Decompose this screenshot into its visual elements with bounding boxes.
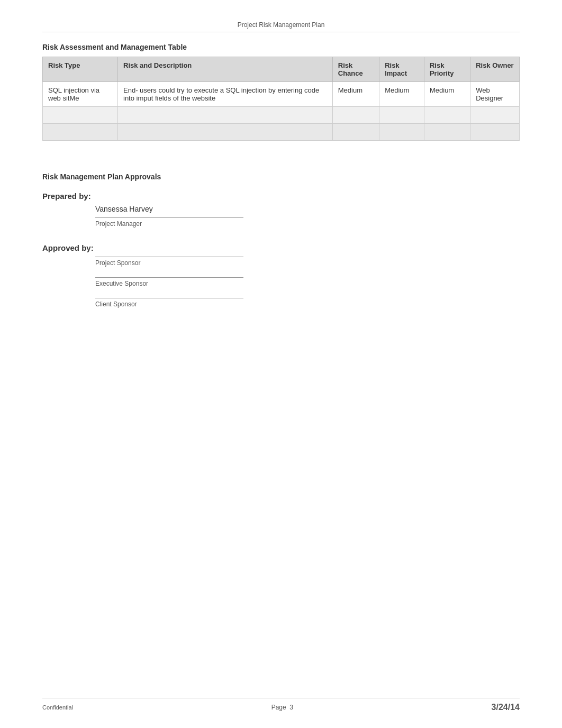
approved-by-label: Approved by: [42, 243, 520, 252]
empty-cell [118, 107, 333, 124]
col-risk-chance: Risk Chance [332, 57, 379, 82]
approved-sponsor-line-1 [95, 277, 243, 278]
approved-by-block: Approved by: Project Sponsor Executive S… [42, 243, 520, 308]
empty-cell [43, 107, 118, 124]
footer-confidential: Confidential [42, 704, 73, 711]
page-container: Project Risk Management Plan Risk Assess… [0, 0, 562, 728]
approved-by-entry-1: Executive Sponsor [95, 277, 520, 287]
footer-date: 3/24/14 [492, 703, 520, 712]
approved-sponsor-line-0 [95, 257, 243, 257]
approvals-title: Risk Management Plan Approvals [42, 172, 520, 181]
table-row-empty-1 [43, 107, 520, 124]
approved-sponsor-role-1: Executive Sponsor [95, 280, 520, 287]
prepared-by-block: Prepared by: Vansessa Harvey Project Man… [42, 192, 520, 228]
footer-page: Page 3 [271, 704, 293, 711]
empty-cell [332, 124, 379, 141]
prepared-by-line [95, 217, 243, 218]
prepared-by-name: Vansessa Harvey [95, 205, 520, 213]
col-risk-priority: Risk Priority [424, 57, 470, 82]
cell-impact: Medium [379, 82, 424, 107]
prepared-by-label: Prepared by: [42, 192, 520, 201]
approvals-section: Risk Management Plan Approvals Prepared … [42, 172, 520, 308]
table-section-title: Risk Assessment and Management Table [42, 43, 520, 51]
prepared-by-role: Project Manager [95, 220, 520, 228]
table-row-empty-2 [43, 124, 520, 141]
cell-description: End- users could try to execute a SQL in… [118, 82, 333, 107]
col-risk-impact: Risk Impact [379, 57, 424, 82]
empty-cell [43, 124, 118, 141]
header-title: Project Risk Management Plan [238, 21, 325, 29]
cell-chance: Medium [332, 82, 379, 107]
cell-risk-type: SQL injection via web sitMe [43, 82, 118, 107]
approved-sponsor-role-0: Project Sponsor [95, 259, 520, 267]
footer-page-label: Page [271, 704, 286, 711]
page-header: Project Risk Management Plan [42, 21, 520, 32]
empty-cell [424, 107, 470, 124]
empty-cell [470, 107, 520, 124]
col-risk-owner: Risk Owner [470, 57, 520, 82]
empty-cell [424, 124, 470, 141]
approved-sponsor-line-2 [95, 298, 243, 298]
col-risk-type: Risk Type [43, 57, 118, 82]
empty-cell [379, 107, 424, 124]
prepared-by-entry: Vansessa Harvey Project Manager [95, 205, 520, 228]
empty-cell [470, 124, 520, 141]
approved-sponsor-role-2: Client Sponsor [95, 301, 520, 308]
approved-by-entry-2: Client Sponsor [95, 298, 520, 308]
page-footer: Confidential Page 3 3/24/14 [42, 698, 520, 712]
cell-owner: Web Designer [470, 82, 520, 107]
table-row: SQL injection via web sitMe End- users c… [43, 82, 520, 107]
empty-cell [379, 124, 424, 141]
empty-cell [332, 107, 379, 124]
risk-table: Risk Type Risk and Description Risk Chan… [42, 57, 520, 141]
approved-by-entry-0: Project Sponsor [95, 257, 520, 267]
footer-page-number: 3 [289, 704, 293, 711]
empty-cell [118, 124, 333, 141]
col-risk-description: Risk and Description [118, 57, 333, 82]
cell-priority: Medium [424, 82, 470, 107]
